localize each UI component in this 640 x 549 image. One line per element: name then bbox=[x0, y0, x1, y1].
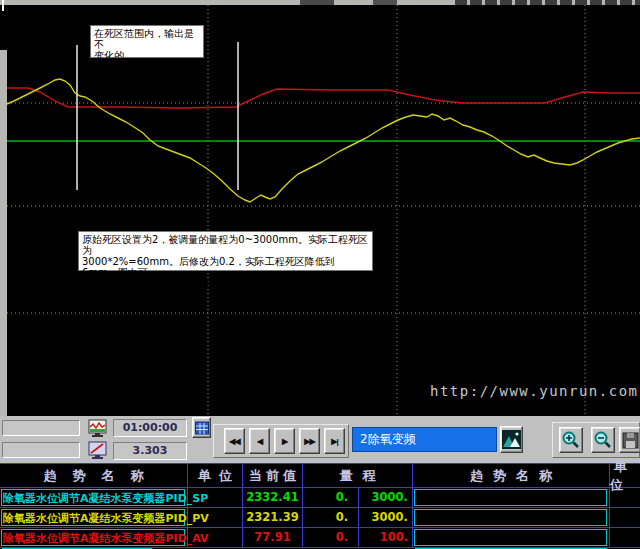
trend-name: 除氧器水位调节A凝结水泵变频器PID_PV bbox=[3, 511, 209, 526]
scale-value-field[interactable]: 3.303 bbox=[113, 442, 187, 460]
current-value-cell: 2321.39 bbox=[243, 508, 303, 527]
current-value: 77.91 bbox=[243, 528, 302, 547]
range-low-cell: 0. bbox=[303, 488, 359, 507]
zoom-button-panel bbox=[552, 422, 640, 458]
range-low-cell: 0. bbox=[303, 508, 359, 527]
nav-fast-forward-button[interactable]: ▶▶ bbox=[299, 428, 320, 454]
window-edge-highlight bbox=[2, 0, 4, 11]
annotation-deadband-detail: 原始死区设置为2，被调量的量程为0~3000mm。实际工程死区为 3000*2%… bbox=[78, 231, 373, 271]
header-range: 量程 bbox=[303, 464, 413, 487]
range-high-cell: 3000. bbox=[359, 488, 413, 507]
trend-name: 除氧器水位调节A凝结水泵变频器PID_SP bbox=[3, 491, 208, 506]
unit-cell-2 bbox=[610, 528, 640, 547]
name-cell-border bbox=[414, 509, 607, 526]
window-top-chrome bbox=[0, 0, 640, 5]
zoom-in-button[interactable] bbox=[559, 427, 583, 453]
nav-to-end-button[interactable]: ▶| bbox=[324, 428, 345, 454]
hmi-trend-window: 在死区范围内，输出是不 变化的。 原始死区设置为2，被调量的量程为0~3000m… bbox=[0, 0, 640, 549]
zoom-out-button[interactable] bbox=[591, 427, 615, 453]
range-high: 3000. bbox=[359, 488, 412, 507]
trend-group-selector[interactable]: 2除氧变频 bbox=[352, 427, 497, 452]
annotation-deadband-note: 在死区范围内，输出是不 变化的。 bbox=[90, 25, 204, 58]
range-high-cell: 100. bbox=[359, 528, 413, 547]
header-unit: 单位 bbox=[188, 464, 243, 487]
table-rows: 除氧器水位调节A凝结水泵变频器PID_SP2332.410.3000.除氧器水位… bbox=[0, 488, 640, 548]
range-low: 0. bbox=[303, 488, 358, 507]
current-value: 2332.41 bbox=[243, 488, 302, 507]
status-field-1[interactable] bbox=[2, 420, 80, 436]
trend-name-cell-2[interactable] bbox=[413, 488, 610, 507]
unit-cell-2 bbox=[610, 488, 640, 507]
trend-name-cell[interactable]: 除氧器水位调节A凝结水泵变频器PID_AV bbox=[0, 528, 188, 547]
nav-step-backward-button[interactable]: ◀ bbox=[249, 428, 270, 454]
realtime-trend-icon[interactable] bbox=[88, 419, 107, 438]
current-value-cell: 2332.41 bbox=[243, 488, 303, 507]
trend-table: 趋势名称 单位 当前值 量程 趋势名称 单位 除氧器水位调节A凝结水泵变频器PI… bbox=[0, 463, 640, 549]
trend-name: 除氧器水位调节A凝结水泵变频器PID_AV bbox=[3, 531, 209, 546]
name-cell-border bbox=[414, 489, 607, 506]
name-cell-border bbox=[414, 529, 607, 546]
range-high: 100. bbox=[359, 528, 412, 547]
status-field-2[interactable] bbox=[2, 442, 80, 458]
table-row: 除氧器水位调节A凝结水泵变频器PID_SP2332.410.3000. bbox=[0, 488, 640, 508]
trend-name-cell[interactable]: 除氧器水位调节A凝结水泵变频器PID_PV bbox=[0, 508, 188, 527]
trend-name-cell-2[interactable] bbox=[413, 528, 610, 547]
current-value: 2321.39 bbox=[243, 508, 302, 527]
range-high: 3000. bbox=[359, 508, 412, 527]
url-watermark: http://www.yunrun.com.cn bbox=[430, 383, 640, 399]
mountain-chart-icon bbox=[502, 430, 521, 449]
range-low: 0. bbox=[303, 528, 358, 547]
unit-cell-2 bbox=[610, 508, 640, 527]
trend-image-button[interactable] bbox=[500, 426, 523, 453]
zoom-out-icon bbox=[593, 430, 613, 450]
header-unit-2: 单位 bbox=[610, 464, 640, 487]
trend-chart[interactable] bbox=[0, 0, 640, 416]
nav-button-panel: ◀◀◀▶▶▶▶| bbox=[213, 424, 349, 458]
trend-curve-PID_AV bbox=[7, 88, 640, 108]
header-trend-name-2: 趋势名称 bbox=[413, 464, 610, 487]
range-high-cell: 3000. bbox=[359, 508, 413, 527]
table-row: 除氧器水位调节A凝结水泵变频器PID_PV2321.390.3000. bbox=[0, 508, 640, 528]
header-current-value: 当前值 bbox=[243, 464, 303, 487]
range-low-cell: 0. bbox=[303, 528, 359, 547]
trend-name-cell[interactable]: 除氧器水位调节A凝结水泵变频器PID_SP bbox=[0, 488, 188, 507]
window-top-chrome-segment bbox=[373, 0, 397, 5]
nav-step-forward-button[interactable]: ▶ bbox=[274, 428, 295, 454]
nav-fast-backward-button[interactable]: ◀◀ bbox=[224, 428, 245, 454]
grid-calendar-icon bbox=[195, 421, 209, 435]
toolbar: 01:00:00 3.303 ◀◀◀▶▶▶▶| 2除氧变频 bbox=[0, 416, 640, 463]
floppy-save-icon bbox=[622, 432, 639, 449]
save-button[interactable] bbox=[619, 427, 640, 453]
history-trend-icon[interactable] bbox=[88, 441, 107, 460]
table-row: 除氧器水位调节A凝结水泵变频器PID_AV77.910.100. bbox=[0, 528, 640, 548]
trend-name-cell-2[interactable] bbox=[413, 508, 610, 527]
table-header-row: 趋势名称 单位 当前值 量程 趋势名称 单位 bbox=[0, 464, 640, 488]
range-low: 0. bbox=[303, 508, 358, 527]
header-trend-name: 趋势名称 bbox=[0, 464, 188, 487]
current-value-cell: 77.91 bbox=[243, 528, 303, 547]
time-set-button[interactable] bbox=[192, 417, 211, 438]
zoom-in-icon bbox=[561, 430, 581, 450]
time-span-field[interactable]: 01:00:00 bbox=[113, 419, 187, 437]
